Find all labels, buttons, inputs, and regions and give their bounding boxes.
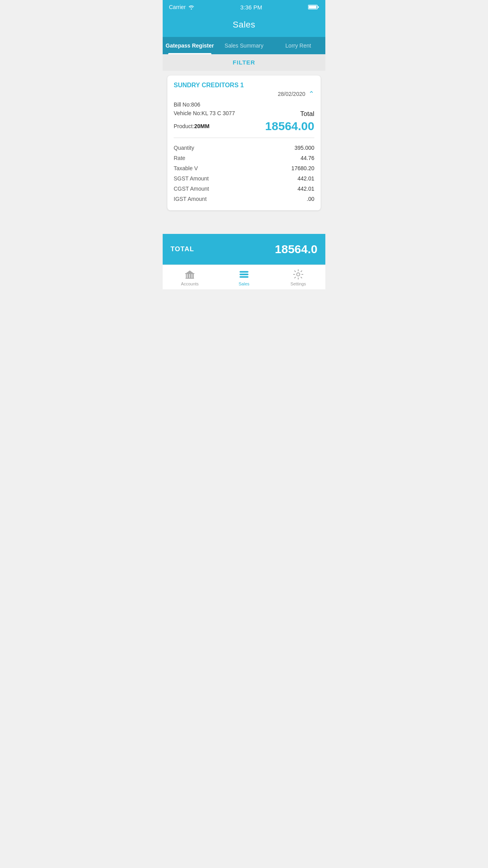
wifi-icon: [188, 5, 194, 9]
detail-row-rate: Rate 44.76: [174, 153, 314, 163]
detail-label-taxable: Taxable V: [174, 165, 198, 171]
svg-rect-2: [318, 6, 319, 8]
settings-icon: [293, 269, 304, 280]
sales-icon: [238, 269, 250, 280]
detail-label-igst: IGST Amount: [174, 196, 207, 202]
tab-lorry-rent[interactable]: Lorry Rent: [271, 37, 325, 54]
detail-label-rate: Rate: [174, 155, 185, 161]
svg-rect-11: [240, 274, 248, 275]
detail-row-taxable: Taxable V 17680.20: [174, 163, 314, 173]
accounts-icon: [184, 269, 195, 280]
detail-value-igst: .00: [307, 196, 314, 202]
nav-item-accounts[interactable]: Accounts: [163, 265, 217, 289]
svg-rect-1: [309, 6, 317, 9]
card-divider: [174, 138, 314, 138]
card-date-row: 28/02/2020 ⌃: [174, 90, 314, 97]
main-content: SUNDRY CREDITORS 1 28/02/2020 ⌃ Bill No:…: [163, 71, 325, 234]
svg-rect-12: [240, 276, 248, 278]
vehicle-no: Vehicle No:KL 73 C 3077: [174, 110, 235, 116]
carrier-text: Carrier: [169, 4, 186, 10]
page-title: Sales: [233, 20, 255, 29]
total-footer: TOTAL 18564.0: [163, 234, 325, 265]
nav-item-sales[interactable]: Sales: [217, 265, 271, 289]
status-bar-right: [308, 4, 319, 10]
battery-icon: [308, 4, 319, 10]
sales-card: SUNDRY CREDITORS 1 28/02/2020 ⌃ Bill No:…: [167, 75, 321, 210]
detail-row-igst: IGST Amount .00: [174, 194, 314, 204]
vehicle-total-row: Vehicle No:KL 73 C 3077 Total: [174, 110, 314, 118]
status-bar-time: 3:36 PM: [240, 4, 262, 11]
page-header: Sales: [163, 14, 325, 37]
total-amount: 18564.00: [265, 120, 314, 133]
card-header: SUNDRY CREDITORS 1: [174, 82, 314, 89]
tab-gatepass-register[interactable]: Gatepass Register: [163, 37, 217, 54]
detail-label-sgst: SGST Amount: [174, 175, 209, 182]
detail-value-cgst: 442.01: [297, 186, 314, 192]
product-text: Product:20MM: [174, 123, 209, 129]
filter-label: FILTER: [233, 59, 255, 66]
detail-label-cgst: CGST Amount: [174, 186, 209, 192]
bottom-nav: Accounts Sales Settings: [163, 265, 325, 289]
detail-row-cgst: CGST Amount 442.01: [174, 184, 314, 194]
bill-no: Bill No:806: [174, 101, 314, 108]
svg-rect-9: [185, 273, 194, 274]
card-date: 28/02/2020: [278, 91, 305, 97]
footer-total-label: TOTAL: [171, 245, 194, 253]
filter-bar[interactable]: FILTER: [163, 54, 325, 71]
nav-label-accounts: Accounts: [181, 281, 198, 286]
svg-point-13: [297, 273, 300, 276]
tab-sales-summary[interactable]: Sales Summary: [217, 37, 271, 54]
detail-label-quantity: Quantity: [174, 145, 194, 151]
tabs-container: Gatepass Register Sales Summary Lorry Re…: [163, 37, 325, 54]
total-label: Total: [300, 110, 314, 118]
detail-value-taxable: 17680.20: [292, 165, 314, 171]
nav-label-settings: Settings: [290, 281, 306, 286]
nav-label-sales: Sales: [238, 281, 250, 286]
creditor-name: SUNDRY CREDITORS 1: [174, 82, 244, 89]
status-bar: Carrier 3:36 PM: [163, 0, 325, 14]
footer-total-amount: 18564.0: [275, 243, 317, 256]
detail-value-sgst: 442.01: [297, 175, 314, 182]
chevron-up-icon[interactable]: ⌃: [308, 90, 314, 97]
svg-marker-7: [185, 270, 194, 274]
product-total-row: Product:20MM 18564.00: [174, 120, 314, 133]
svg-rect-8: [185, 278, 194, 279]
nav-item-settings[interactable]: Settings: [271, 265, 325, 289]
detail-row-quantity: Quantity 395.000: [174, 143, 314, 153]
detail-value-rate: 44.76: [301, 155, 314, 161]
svg-rect-10: [240, 271, 248, 272]
svg-rect-4: [187, 274, 188, 278]
detail-value-quantity: 395.000: [294, 145, 314, 151]
svg-rect-6: [191, 274, 193, 278]
detail-row-sgst: SGST Amount 442.01: [174, 173, 314, 184]
svg-rect-5: [189, 274, 190, 278]
status-bar-left: Carrier: [169, 4, 194, 10]
